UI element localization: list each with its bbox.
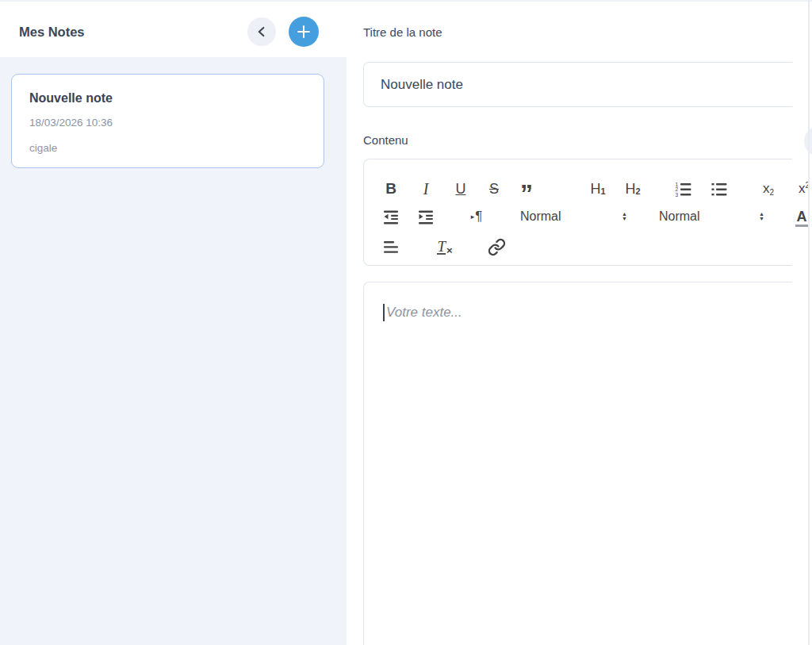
- h2-number: 2: [635, 186, 640, 196]
- header-select[interactable]: Normal ▲▼: [659, 205, 764, 228]
- note-item-preview: cigale: [29, 142, 57, 154]
- chevron-left-icon: [253, 23, 270, 40]
- note-title-input[interactable]: [363, 62, 792, 107]
- updown-arrows-icon: ▲▼: [622, 212, 627, 221]
- h1-button[interactable]: H1: [587, 178, 609, 200]
- pilcrow-icon: ¶: [475, 209, 482, 225]
- note-editor-panel: Titre de la note Contenu B I U S ” H1 H2…: [347, 0, 812, 645]
- updown-arrows-icon: ▲▼: [759, 212, 764, 221]
- h1-number: 1: [600, 186, 605, 196]
- align-left-icon: [381, 237, 400, 256]
- link-button[interactable]: [485, 236, 508, 258]
- collapse-sidebar-button[interactable]: [247, 17, 276, 46]
- header-select-value: Normal: [659, 209, 700, 224]
- notes-sidebar: Mes Notes Nouvelle note 18/03/2026 10:36…: [0, 0, 347, 645]
- subscript-letter: x: [763, 181, 770, 197]
- outdent-icon: [381, 207, 400, 226]
- note-content-editor[interactable]: Votre texte...: [363, 282, 792, 645]
- clean-format-x: ×: [446, 244, 453, 256]
- svg-text:3: 3: [676, 192, 679, 198]
- sidebar-title: Mes Notes: [19, 25, 85, 40]
- bold-button[interactable]: B: [380, 178, 402, 200]
- plus-icon: [295, 23, 312, 40]
- h1-letter: H: [590, 181, 600, 198]
- underline-button[interactable]: U: [450, 178, 472, 200]
- color-swatch-bar: [795, 225, 809, 227]
- note-item-date: 18/03/2026 10:36: [29, 117, 113, 129]
- content-label: Contenu: [363, 133, 408, 147]
- h2-button[interactable]: H2: [622, 178, 644, 200]
- direction-arrow-icon: ▸: [471, 213, 475, 221]
- blockquote-button[interactable]: ”: [515, 178, 538, 200]
- window-top-edge: [0, 0, 812, 2]
- subscript-button[interactable]: x2: [757, 178, 779, 200]
- rich-text-toolbar: B I U S ” H1 H2 1 2 3: [363, 159, 792, 266]
- indent-button[interactable]: [415, 205, 437, 228]
- note-list-item[interactable]: Nouvelle note 18/03/2026 10:36 cigale: [11, 74, 324, 168]
- panel-right-divider: [808, 0, 810, 645]
- clean-format-letter: T: [437, 240, 446, 255]
- clean-format-button[interactable]: T×: [434, 236, 456, 258]
- superscript-letter: x: [799, 181, 806, 197]
- size-select-value: Normal: [520, 209, 561, 224]
- size-select[interactable]: Normal ▲▼: [520, 205, 627, 228]
- align-button[interactable]: [380, 236, 402, 258]
- link-icon: [488, 238, 506, 256]
- note-item-title: Nouvelle note: [29, 91, 113, 106]
- subscript-number: 2: [769, 188, 774, 197]
- indent-icon: [416, 207, 435, 226]
- outdent-button[interactable]: [380, 205, 402, 228]
- title-label: Titre de la note: [363, 25, 442, 39]
- h2-letter: H: [625, 181, 635, 198]
- bullet-list-icon: [710, 179, 729, 198]
- strikethrough-button[interactable]: S: [483, 178, 505, 200]
- add-note-button[interactable]: [289, 17, 319, 47]
- direction-button[interactable]: ▸¶: [465, 205, 488, 228]
- ordered-list-button[interactable]: 1 2 3: [672, 178, 695, 200]
- ordered-list-icon: 1 2 3: [674, 179, 693, 198]
- color-letter: A: [797, 211, 807, 222]
- editor-placeholder: Votre texte...: [386, 305, 462, 321]
- bullet-list-button[interactable]: [708, 178, 730, 200]
- italic-button[interactable]: I: [415, 178, 437, 200]
- text-caret: [383, 304, 385, 321]
